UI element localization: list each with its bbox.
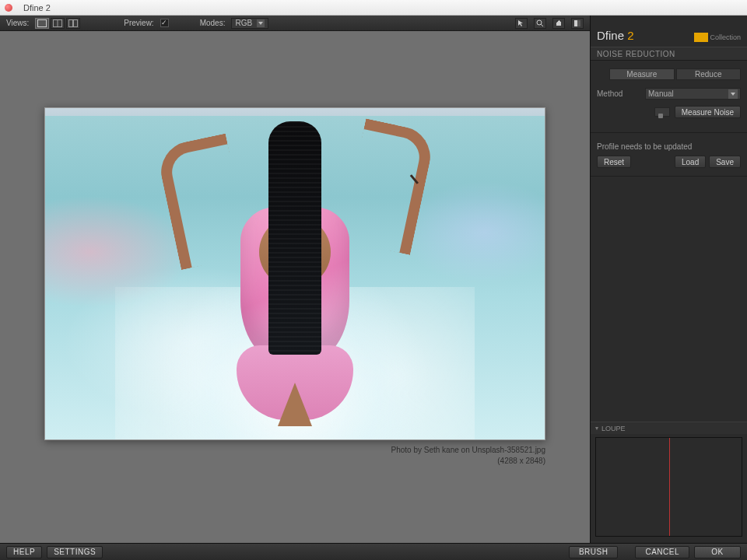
bg-toggle-icon[interactable]	[571, 18, 584, 29]
top-toolbar: Views: Preview: Modes: RGB	[0, 16, 590, 31]
help-button[interactable]: HELP	[6, 546, 42, 558]
brand-title: Dfine 2	[597, 29, 634, 42]
reset-button[interactable]: Reset	[597, 156, 631, 168]
chevron-down-icon	[258, 22, 263, 25]
views-label: Views:	[6, 19, 29, 27]
image-meta: Photo by Seth kane on Unsplash-358521.jp…	[44, 445, 545, 467]
brand-logo: Collection	[694, 33, 741, 42]
modes-dropdown[interactable]: RGB	[231, 18, 268, 29]
side-panel: Dfine 2 Collection NOISE REDUCTION Measu…	[590, 16, 747, 543]
image-preview[interactable]	[44, 107, 545, 440]
svg-point-5	[537, 20, 542, 25]
zoom-tool-icon[interactable]	[534, 18, 546, 29]
pan-tool-icon[interactable]	[552, 18, 565, 29]
preview-checkbox[interactable]	[160, 19, 169, 27]
method-value: Manual	[648, 89, 674, 98]
svg-rect-3	[69, 19, 73, 26]
view-split-button[interactable]	[51, 18, 65, 29]
settings-button[interactable]: SETTINGS	[47, 546, 103, 558]
close-window-icon[interactable]	[5, 4, 12, 12]
svg-rect-4	[74, 19, 78, 26]
svg-rect-8	[577, 20, 580, 26]
brush-button[interactable]: BRUSH	[569, 546, 619, 558]
ok-button[interactable]: OK	[694, 546, 741, 558]
canvas-area[interactable]: Photo by Seth kane on Unsplash-358521.jp…	[0, 31, 590, 543]
save-button[interactable]: Save	[709, 156, 741, 168]
image-filename: Photo by Seth kane on Unsplash-358521.jp…	[44, 445, 545, 456]
nik-logo-icon	[694, 33, 708, 42]
method-label: Method	[597, 89, 637, 98]
pointer-tool-icon[interactable]	[515, 18, 528, 29]
tab-measure[interactable]: Measure	[609, 68, 675, 80]
cancel-button[interactable]: CANCEL	[635, 546, 689, 558]
footer-bar: HELP SETTINGS BRUSH CANCEL OK	[0, 543, 747, 560]
svg-rect-0	[38, 19, 47, 26]
svg-rect-7	[574, 20, 577, 26]
measure-noise-button[interactable]: Measure Noise	[675, 106, 741, 118]
window-title: Dfine 2	[23, 3, 51, 12]
preview-label: Preview:	[124, 19, 153, 27]
disclosure-triangle-icon: ▾	[595, 425, 598, 432]
profile-status: Profile needs to be updated	[597, 142, 741, 151]
loupe-header[interactable]: ▾ LOUPE	[591, 422, 747, 434]
loupe-divider[interactable]	[669, 438, 670, 536]
chevron-down-icon	[731, 93, 735, 96]
svg-line-6	[541, 24, 543, 26]
modes-value: RGB	[235, 19, 252, 27]
measure-slider[interactable]	[654, 107, 670, 117]
tab-reduce[interactable]: Reduce	[676, 68, 742, 80]
method-dropdown[interactable]: Manual	[645, 88, 741, 100]
noise-reduction-header: NOISE REDUCTION	[591, 47, 747, 61]
loupe-preview[interactable]	[595, 437, 742, 537]
modes-label: Modes:	[200, 19, 226, 27]
window-titlebar: Dfine 2	[0, 0, 747, 16]
load-button[interactable]: Load	[675, 156, 706, 168]
view-single-button[interactable]	[35, 18, 49, 29]
image-dimensions: (4288 x 2848)	[44, 456, 545, 467]
view-side-button[interactable]	[66, 18, 80, 29]
loupe-label: LOUPE	[601, 425, 626, 432]
